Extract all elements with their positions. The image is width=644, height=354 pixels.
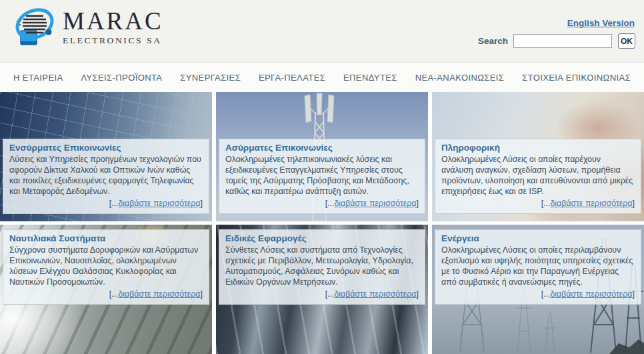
nav-item-contact[interactable]: ΣΤΟΙΧΕΙΑ ΕΠΙΚΟΙΝΩΝΙΑΣ bbox=[522, 73, 631, 83]
read-more-link[interactable]: διαβάστε περισσότερα bbox=[550, 289, 632, 299]
card-title: Ασύρματες Επικοινωνίες bbox=[225, 143, 419, 153]
card-title: Ενέργεια bbox=[441, 233, 635, 243]
logo-subtitle: ELECTRONICS SA bbox=[63, 35, 163, 46]
search-input[interactable] bbox=[513, 34, 612, 48]
card-overlay: Ασύρματες Επικοινωνίες Ολοκληρωμένες τηλ… bbox=[219, 139, 425, 214]
bracket: ] bbox=[633, 289, 635, 299]
card-description: Ολοκληρωμένες Λύσεις οι οποίες περιλαμβά… bbox=[441, 245, 635, 288]
bracket: [... bbox=[325, 289, 335, 299]
search-label: Search bbox=[478, 36, 508, 46]
read-more-row: [...διαβάστε περισσότερα] bbox=[9, 289, 203, 299]
header: MARAC ELECTRONICS SA English Version Sea… bbox=[0, 0, 644, 62]
card-energy: Ενέργεια Ολοκληρωμένες Λύσεις οι οποίες … bbox=[432, 225, 644, 354]
card-description: Σύγχρονα συστήματα Δορυφορικών και Ασύρμ… bbox=[9, 245, 203, 288]
card-overlay: Πληροφορική Ολοκληρωμένες Λύσεις οι οποί… bbox=[435, 139, 641, 214]
english-version-link[interactable]: English Version bbox=[567, 18, 635, 28]
nav-item-investors[interactable]: ΕΠΕΝΔΥΤΕΣ bbox=[343, 73, 397, 83]
bracket: [... bbox=[109, 199, 119, 208]
card-overlay: Ενέργεια Ολοκληρωμένες Λύσεις οι οποίες … bbox=[435, 229, 641, 305]
card-description: Λύσεις και Υπηρεσίες προηγμένων τεχνολογ… bbox=[9, 154, 203, 197]
card-description: Ολοκληρωμένες Λύσεις οι οποίες παρέχουν … bbox=[441, 154, 635, 197]
card-overlay: Ναυτιλιακά Συστήματα Σύγχρονα συστήματα … bbox=[3, 229, 209, 305]
card-wired-communications: Ενσύρματες Επικοινωνίες Λύσεις και Υπηρε… bbox=[0, 92, 212, 221]
card-description: Σύνθετες Λύσεις και συστήματα από Τεχνολ… bbox=[225, 245, 419, 288]
card-title: Ειδικές Εφαρμογές bbox=[225, 233, 419, 243]
card-wireless-communications: Ασύρματες Επικοινωνίες Ολοκληρωμένες τηλ… bbox=[216, 92, 428, 221]
card-special-applications: Ειδικές Εφαρμογές Σύνθετες Λύσεις και συ… bbox=[216, 225, 428, 354]
search-ok-button[interactable]: OK bbox=[618, 33, 635, 49]
nav-item-company[interactable]: Η ΕΤΑΙΡΕΙΑ bbox=[13, 73, 63, 83]
nav-item-news[interactable]: ΝΕΑ-ΑΝΑΚΟΙΝΩΣΕΙΣ bbox=[415, 73, 505, 83]
bracket: [... bbox=[109, 289, 119, 299]
nav-item-projects[interactable]: ΕΡΓΑ-ΠΕΛΑΤΕΣ bbox=[259, 73, 325, 83]
read-more-link[interactable]: διαβάστε περισσότερα bbox=[334, 289, 416, 299]
logo-text: MARAC ELECTRONICS SA bbox=[63, 9, 163, 46]
read-more-link[interactable]: διαβάστε περισσότερα bbox=[334, 199, 416, 208]
read-more-row: [...διαβάστε περισσότερα] bbox=[441, 289, 635, 299]
bracket: ] bbox=[417, 289, 419, 299]
card-title: Πληροφορική bbox=[441, 143, 635, 153]
card-information-technology: Πληροφορική Ολοκληρωμένες Λύσεις οι οποί… bbox=[432, 92, 644, 221]
card-title: Ναυτιλιακά Συστήματα bbox=[9, 233, 203, 243]
read-more-row: [...διαβάστε περισσότερα] bbox=[225, 289, 419, 299]
read-more-link[interactable]: διαβάστε περισσότερα bbox=[118, 199, 200, 208]
card-maritime-systems: Ναυτιλιακά Συστήματα Σύγχρονα συστήματα … bbox=[0, 225, 212, 354]
card-overlay: Ειδικές Εφαρμογές Σύνθετες Λύσεις και συ… bbox=[219, 229, 425, 305]
read-more-link[interactable]: διαβάστε περισσότερα bbox=[118, 289, 200, 299]
card-title: Ενσύρματες Επικοινωνίες bbox=[9, 143, 203, 153]
bracket: [... bbox=[325, 199, 335, 208]
read-more-link[interactable]: διαβάστε περισσότερα bbox=[550, 199, 632, 208]
nav-item-solutions[interactable]: ΛΥΣΕΙΣ-ΠΡΟΪΟΝΤΑ bbox=[81, 73, 162, 83]
read-more-row: [...διαβάστε περισσότερα] bbox=[9, 199, 203, 208]
bracket: [... bbox=[541, 199, 551, 208]
card-overlay: Ενσύρματες Επικοινωνίες Λύσεις και Υπηρε… bbox=[3, 139, 209, 214]
main-navigation: Η ΕΤΑΙΡΕΙΑ ΛΥΣΕΙΣ-ΠΡΟΪΟΝΤΑ ΣΥΝΕΡΓΑΣΙΕΣ Ε… bbox=[0, 62, 644, 92]
read-more-row: [...διαβάστε περισσότερα] bbox=[441, 199, 635, 208]
card-description: Ολοκληρωμένες τηλεπικοινωνιακές λύσεις κ… bbox=[225, 154, 419, 197]
bracket: ] bbox=[201, 289, 203, 299]
nav-item-partnerships[interactable]: ΣΥΝΕΡΓΑΣΙΕΣ bbox=[180, 73, 241, 83]
marac-logo-icon bbox=[15, 6, 56, 49]
marac-logo: MARAC ELECTRONICS SA bbox=[15, 6, 163, 49]
read-more-row: [...διαβάστε περισσότερα] bbox=[225, 199, 419, 208]
search-bar: Search OK bbox=[478, 33, 635, 49]
bracket: ] bbox=[417, 199, 419, 208]
category-cards: Ενσύρματες Επικοινωνίες Λύσεις και Υπηρε… bbox=[0, 92, 644, 354]
bracket: ] bbox=[201, 199, 203, 208]
bracket: [... bbox=[541, 289, 551, 299]
bracket: ] bbox=[633, 199, 635, 208]
logo-title: MARAC bbox=[63, 9, 163, 33]
